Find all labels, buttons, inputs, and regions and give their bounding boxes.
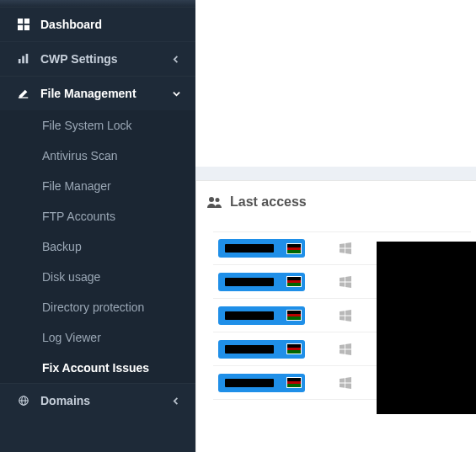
sub-fix-account-issues[interactable]: Fix Account Issues — [0, 353, 195, 383]
user-redacted — [225, 311, 274, 320]
os-cell — [329, 242, 362, 254]
chevron-left-icon — [173, 56, 180, 63]
nav-item-cwp-settings[interactable]: CWP Settings — [0, 41, 195, 76]
user-badge[interactable] — [218, 374, 305, 392]
svg-marker-26 — [345, 343, 351, 349]
user-badge[interactable] — [218, 306, 305, 325]
user-badge[interactable] — [218, 273, 305, 291]
svg-point-11 — [209, 197, 214, 202]
svg-marker-29 — [340, 378, 345, 382]
chart-icon — [15, 53, 32, 65]
flag-icon — [286, 343, 302, 354]
svg-rect-3 — [24, 25, 29, 30]
svg-rect-2 — [18, 25, 23, 30]
svg-marker-18 — [345, 276, 351, 282]
windows-icon — [340, 242, 351, 254]
svg-marker-25 — [340, 344, 345, 348]
svg-marker-16 — [345, 248, 351, 254]
windows-icon — [340, 343, 351, 355]
panel-title: Last access — [230, 194, 307, 210]
os-cell — [329, 377, 362, 389]
svg-marker-30 — [345, 377, 351, 383]
svg-rect-7 — [19, 97, 28, 98]
os-cell — [329, 310, 362, 322]
svg-marker-23 — [340, 316, 345, 320]
svg-marker-27 — [340, 349, 345, 354]
globe-icon — [15, 395, 32, 407]
users-icon — [206, 195, 223, 209]
chevron-left-icon — [173, 397, 180, 405]
panel-header: Last access — [196, 181, 476, 226]
svg-marker-17 — [340, 277, 345, 281]
user-redacted — [225, 379, 274, 387]
windows-icon — [340, 310, 351, 322]
svg-marker-14 — [345, 242, 351, 248]
svg-rect-6 — [26, 54, 29, 63]
svg-rect-5 — [22, 56, 24, 64]
os-cell — [329, 343, 362, 355]
user-badge[interactable] — [218, 239, 305, 258]
nav-item-file-management[interactable]: File Management — [0, 76, 195, 110]
svg-marker-15 — [340, 248, 345, 253]
svg-marker-24 — [345, 316, 351, 322]
user-redacted — [225, 345, 274, 354]
user-badge[interactable] — [218, 340, 305, 359]
main-top-blank — [195, 0, 476, 167]
svg-marker-32 — [345, 383, 351, 389]
svg-marker-31 — [340, 383, 345, 387]
sidebar-top-accent — [0, 0, 195, 7]
edit-icon — [15, 88, 32, 99]
svg-marker-19 — [340, 282, 345, 286]
chevron-down-icon — [173, 90, 180, 98]
sub-ftp-accounts[interactable]: FTP Accounts — [0, 201, 195, 231]
svg-point-12 — [216, 198, 220, 202]
file-management-submenu: File System Lock Antivirus Scan File Man… — [0, 110, 195, 383]
sub-disk-usage[interactable]: Disk usage — [0, 262, 195, 292]
sub-log-viewer[interactable]: Log Viewer — [0, 322, 195, 353]
flag-icon — [286, 377, 302, 388]
flag-icon — [286, 243, 302, 254]
svg-marker-13 — [340, 243, 345, 247]
svg-rect-0 — [18, 19, 23, 24]
windows-icon — [340, 377, 351, 389]
user-redacted — [225, 278, 274, 286]
flag-icon — [286, 276, 302, 287]
redacted-block — [377, 242, 476, 414]
sub-file-system-lock[interactable]: File System Lock — [0, 110, 195, 141]
main-gap — [195, 167, 476, 180]
sidebar: Dashboard CWP Settings File Management F… — [0, 0, 195, 452]
svg-marker-21 — [340, 311, 345, 315]
nav-label-domains: Domains — [40, 394, 173, 407]
svg-rect-1 — [24, 19, 29, 24]
svg-marker-20 — [345, 282, 351, 288]
nav-item-dashboard[interactable]: Dashboard — [0, 7, 195, 41]
sub-antivirus-scan[interactable]: Antivirus Scan — [0, 141, 195, 171]
nav-item-domains[interactable]: Domains — [0, 383, 195, 417]
svg-rect-4 — [19, 59, 21, 63]
flag-icon — [286, 310, 302, 321]
sub-directory-protection[interactable]: Directory protection — [0, 292, 195, 322]
nav-label-cwp-settings: CWP Settings — [40, 52, 173, 66]
nav-label-file-management: File Management — [40, 87, 173, 100]
svg-marker-22 — [345, 310, 351, 316]
windows-icon — [340, 276, 351, 288]
nav-label-dashboard: Dashboard — [40, 18, 180, 31]
svg-marker-28 — [345, 349, 351, 355]
os-cell — [329, 276, 362, 288]
user-redacted — [225, 244, 274, 253]
dashboard-icon — [15, 19, 32, 30]
sub-backup[interactable]: Backup — [0, 231, 195, 262]
sub-file-manager[interactable]: File Manager — [0, 171, 195, 201]
